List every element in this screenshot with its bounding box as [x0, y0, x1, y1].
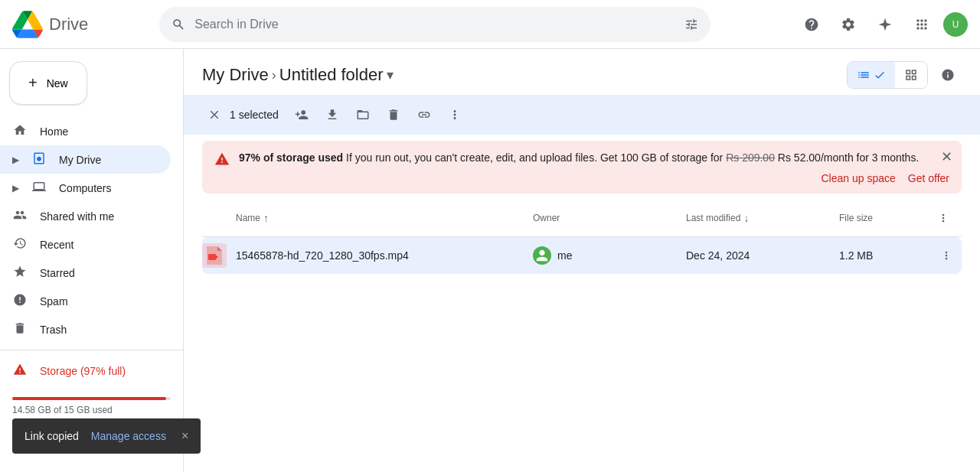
search-filter-icon[interactable] — [684, 17, 698, 32]
starred-icon — [12, 265, 28, 281]
toast-message: Link copied — [24, 430, 79, 442]
view-toggle — [847, 61, 928, 89]
trash-icon — [12, 321, 28, 337]
logo-area: Drive — [12, 9, 150, 40]
column-more-button[interactable] — [931, 206, 956, 230]
clean-up-link[interactable]: Clean up space — [821, 172, 895, 184]
grid-view-button[interactable] — [895, 62, 927, 88]
user-avatar[interactable]: U — [943, 12, 968, 37]
recent-label: Recent — [40, 239, 74, 251]
alert-actions: Clean up space Get offer — [239, 172, 949, 184]
search-bar[interactable] — [159, 7, 710, 42]
copy-link-button[interactable] — [410, 101, 438, 129]
file-name: 15465878-hd_720_1280_30fps.mp4 — [236, 249, 409, 262]
column-header-modified[interactable]: Last modified ↓ — [686, 212, 839, 224]
topbar-right: U — [796, 9, 968, 40]
sort-desc-icon: ↓ — [743, 212, 749, 224]
sidebar-divider — [0, 350, 183, 350]
storage-bar-background — [12, 397, 171, 400]
more-cell — [931, 243, 962, 268]
storage-label: Storage (97% full) — [40, 365, 126, 377]
my-drive-icon — [31, 151, 47, 168]
deselect-button[interactable] — [202, 103, 227, 127]
expand-icon: ▶ — [12, 155, 19, 165]
breadcrumb-current-text: Untitled folder — [279, 65, 384, 85]
column-size-label: File size — [839, 213, 873, 223]
starred-label: Starred — [40, 267, 75, 279]
new-button[interactable]: + New — [9, 61, 87, 105]
download-button[interactable] — [318, 101, 346, 129]
topbar: Drive U — [0, 0, 980, 49]
last-modified-value: Dec 24, 2024 — [686, 249, 750, 262]
alert-new-price: Rs 52.00/month for 3 months. — [778, 151, 919, 164]
column-header-size: File size — [839, 213, 931, 223]
shared-icon — [12, 208, 28, 224]
breadcrumb-bar: My Drive › Untitled folder ▾ — [184, 49, 980, 95]
breadcrumb-parent[interactable]: My Drive — [202, 65, 269, 85]
search-icon — [172, 17, 185, 32]
alert-close-button[interactable]: ✕ — [941, 148, 952, 165]
file-list-header: Name ↑ Owner Last modified ↓ File size — [202, 200, 962, 237]
sidebar-item-shared[interactable]: Shared with me — [0, 202, 171, 230]
alert-message: If you run out, you can't create, edit, … — [346, 151, 726, 164]
info-button[interactable] — [934, 61, 962, 89]
apps-button[interactable] — [906, 9, 937, 40]
home-label: Home — [40, 125, 68, 138]
computers-icon — [31, 180, 47, 196]
sidebar-item-spam[interactable]: Spam — [0, 287, 171, 315]
file-size-value: 1.2 MB — [839, 249, 873, 262]
recent-icon — [12, 236, 28, 252]
column-modified-label: Last modified — [686, 213, 740, 223]
shared-label: Shared with me — [40, 210, 114, 223]
computers-label: Computers — [59, 182, 111, 194]
sidebar-item-my-drive[interactable]: ▶ My Drive — [0, 145, 171, 174]
alert-bold-text: 97% of storage used — [239, 151, 343, 164]
delete-button[interactable] — [380, 101, 407, 129]
share-button[interactable] — [288, 101, 315, 129]
sidebar-item-starred[interactable]: Starred — [0, 259, 171, 287]
new-button-label: New — [47, 77, 68, 90]
sidebar-item-storage[interactable]: Storage (97% full) — [0, 356, 171, 385]
sidebar-item-computers[interactable]: ▶ Computers — [0, 174, 171, 202]
search-input[interactable] — [194, 18, 675, 31]
content-area: My Drive › Untitled folder ▾ — [184, 49, 980, 472]
breadcrumb-current[interactable]: Untitled folder ▾ — [279, 65, 394, 85]
toast-close-button[interactable]: × — [181, 429, 188, 443]
column-header-owner: Owner — [533, 213, 686, 223]
storage-alert-banner: 97% of storage used If you run out, you … — [202, 141, 962, 194]
toast-notification: Link copied Manage access × — [12, 418, 201, 454]
sidebar-item-trash[interactable]: Trash — [0, 315, 171, 343]
storage-icon — [12, 363, 28, 379]
column-header-more — [931, 206, 962, 230]
spam-label: Spam — [40, 295, 68, 308]
my-drive-label: My Drive — [59, 154, 101, 166]
column-name-label: Name — [236, 213, 260, 223]
list-view-button[interactable] — [848, 62, 895, 88]
modified-cell: Dec 24, 2024 — [686, 249, 839, 262]
sidebar-item-recent[interactable]: Recent — [0, 230, 171, 259]
size-cell: 1.2 MB — [839, 249, 931, 262]
move-button[interactable] — [349, 101, 377, 129]
get-offer-link[interactable]: Get offer — [908, 172, 949, 184]
file-more-button[interactable] — [934, 243, 959, 268]
alert-triangle-icon — [214, 151, 230, 171]
view-controls — [847, 61, 962, 89]
sidebar-item-home[interactable]: Home — [0, 117, 171, 145]
help-button[interactable] — [796, 9, 827, 40]
alert-original-price: Rs 209.00 — [726, 151, 775, 164]
column-header-name[interactable]: Name ↑ — [236, 212, 533, 224]
svg-rect-1 — [208, 254, 216, 260]
sort-asc-icon: ↑ — [263, 212, 269, 224]
owner-avatar — [533, 246, 551, 265]
breadcrumb: My Drive › Untitled folder ▾ — [202, 65, 394, 85]
settings-button[interactable] — [833, 9, 864, 40]
breadcrumb-chevron-icon: ▾ — [387, 67, 394, 83]
gemini-button[interactable] — [870, 9, 900, 40]
toast-action-link[interactable]: Manage access — [91, 430, 166, 442]
file-list: Name ↑ Owner Last modified ↓ File size — [184, 200, 980, 472]
file-type-icon — [202, 243, 227, 268]
storage-used-text: 14.58 GB of 15 GB used — [12, 405, 171, 415]
file-name-cell: 15465878-hd_720_1280_30fps.mp4 — [236, 249, 533, 262]
more-actions-button[interactable] — [441, 101, 469, 129]
table-row[interactable]: 15465878-hd_720_1280_30fps.mp4 me Dec 24… — [202, 237, 962, 274]
